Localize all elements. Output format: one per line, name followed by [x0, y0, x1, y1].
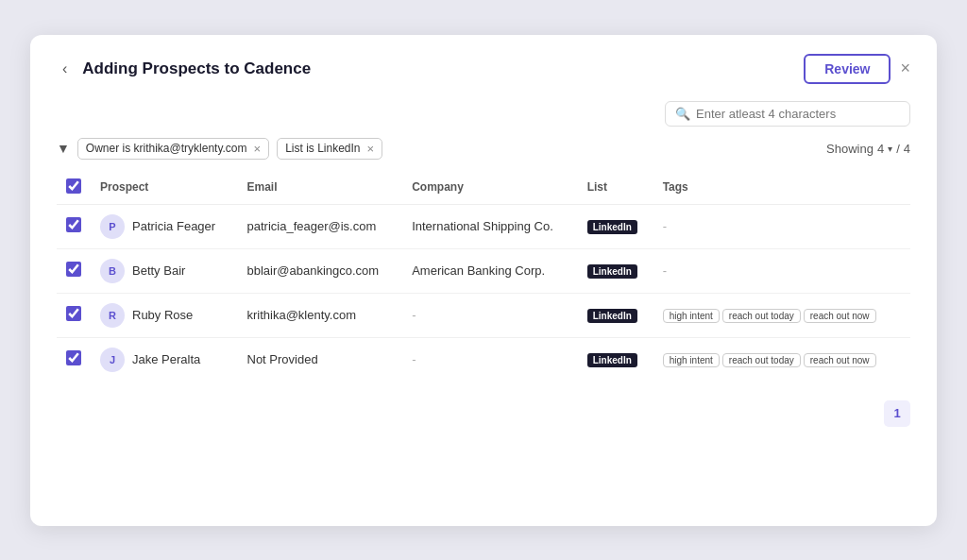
total-count: 4 [904, 142, 910, 156]
modal-title: Adding Prospects to Cadence [82, 59, 311, 78]
row-0-company: International Shipping Co. [402, 204, 578, 248]
table-row: JJake PeraltaNot Provided-LinkedInhigh i… [57, 337, 910, 382]
total-divider: / [896, 142, 900, 156]
row-3-tag: reach out today [722, 353, 801, 367]
search-bar: 🔍 [57, 101, 910, 127]
row-2-checkbox-cell [57, 293, 91, 337]
list-chip-label: List is LinkedIn [285, 142, 360, 155]
row-2-tags: high intentreach out todayreach out now [653, 293, 910, 337]
row-2-tag: high intent [663, 309, 720, 323]
row-0-tags: - [653, 204, 910, 248]
row-0-list: LinkedIn [578, 204, 653, 248]
row-1-list-badge: LinkedIn [587, 264, 637, 279]
row-2-list-badge: LinkedIn [587, 309, 637, 323]
row-2-checkbox[interactable] [66, 306, 81, 321]
col-company: Company [402, 171, 578, 205]
row-1-checkbox[interactable] [66, 262, 81, 277]
table-row: RRuby Rosekrithika@klenty.com-LinkedInhi… [57, 293, 910, 337]
filters-row: ▼ Owner is krithika@tryklenty.com × List… [57, 138, 910, 160]
row-3-tag: high intent [663, 353, 720, 367]
modal-container: ‹ Adding Prospects to Cadence Review × 🔍… [30, 35, 937, 526]
row-1-list: LinkedIn [578, 248, 653, 293]
filters-left: ▼ Owner is krithika@tryklenty.com × List… [57, 138, 382, 160]
select-all-checkbox[interactable] [66, 178, 81, 194]
row-2-name: Ruby Rose [132, 308, 193, 322]
page-1-button[interactable]: 1 [884, 400, 910, 427]
row-2-list: LinkedIn [578, 293, 653, 337]
row-0-name: Patricia Feager [132, 219, 215, 233]
row-2-prospect: RRuby Rose [91, 293, 238, 337]
row-2-email: krithika@klenty.com [238, 293, 403, 337]
row-1-email: bblair@abankingco.com [238, 248, 403, 293]
search-input-wrap: 🔍 [665, 101, 910, 127]
count-dropdown-arrow[interactable]: ▾ [888, 144, 892, 154]
back-button[interactable]: ‹ [57, 59, 73, 79]
row-1-prospect: BBetty Bair [91, 248, 238, 293]
row-2-tag: reach out today [722, 309, 801, 323]
row-1-name: Betty Bair [132, 263, 185, 278]
pagination: 1 [57, 400, 910, 427]
row-3-checkbox-cell [57, 337, 91, 382]
row-1-tags: - [653, 248, 910, 293]
list-filter-chip[interactable]: List is LinkedIn × [277, 138, 382, 160]
col-email: Email [238, 171, 403, 205]
row-1-avatar: B [100, 259, 125, 283]
row-2-tag: reach out now [804, 309, 876, 323]
owner-chip-label: Owner is krithika@tryklenty.com [86, 142, 247, 155]
table-row: PPatricia Feagerpatricia_feager@is.comIn… [57, 204, 910, 248]
search-icon: 🔍 [675, 107, 690, 121]
table-row: BBetty Bairbblair@abankingco.comAmerican… [57, 248, 910, 293]
prospects-table: Prospect Email Company List Tags PPatric… [57, 171, 910, 382]
col-prospect: Prospect [91, 171, 238, 205]
col-list: List [578, 171, 653, 205]
list-chip-close[interactable]: × [367, 142, 375, 156]
modal-header: ‹ Adding Prospects to Cadence Review × [57, 54, 910, 84]
close-button[interactable]: × [900, 59, 910, 78]
filters-right: Showing 4 ▾ / 4 [826, 142, 910, 156]
row-0-list-badge: LinkedIn [587, 220, 637, 234]
row-3-name: Jake Peralta [132, 352, 200, 366]
showing-label: Showing [826, 142, 874, 156]
row-1-company: American Banking Corp. [402, 248, 578, 293]
row-1-checkbox-cell [57, 248, 91, 293]
row-3-prospect: JJake Peralta [91, 337, 238, 382]
table-body: PPatricia Feagerpatricia_feager@is.comIn… [57, 204, 910, 382]
search-input[interactable] [696, 107, 900, 121]
filter-icon: ▼ [57, 141, 70, 156]
row-0-avatar: P [100, 214, 125, 239]
row-3-email: Not Provided [238, 337, 403, 382]
row-3-checkbox[interactable] [66, 350, 81, 365]
row-0-prospect: PPatricia Feager [91, 204, 238, 248]
table-header: Prospect Email Company List Tags [57, 171, 910, 205]
row-3-avatar: J [100, 348, 125, 372]
row-3-tags: high intentreach out todayreach out now [653, 337, 910, 382]
row-3-tag: reach out now [804, 353, 876, 367]
header-right: Review × [804, 54, 910, 84]
owner-chip-close[interactable]: × [254, 142, 262, 156]
select-all-header [57, 171, 91, 205]
row-3-company: - [402, 337, 578, 382]
row-2-company: - [402, 293, 578, 337]
row-0-checkbox-cell [57, 204, 91, 248]
owner-filter-chip[interactable]: Owner is krithika@tryklenty.com × [77, 138, 269, 160]
header-left: ‹ Adding Prospects to Cadence [57, 59, 311, 79]
row-3-list-badge: LinkedIn [587, 353, 637, 367]
row-0-email: patricia_feager@is.com [238, 204, 403, 248]
review-button[interactable]: Review [804, 54, 891, 84]
showing-count: 4 [877, 142, 884, 156]
row-0-checkbox[interactable] [66, 217, 81, 232]
row-2-avatar: R [100, 303, 125, 328]
col-tags: Tags [653, 171, 910, 205]
row-3-list: LinkedIn [578, 337, 653, 382]
